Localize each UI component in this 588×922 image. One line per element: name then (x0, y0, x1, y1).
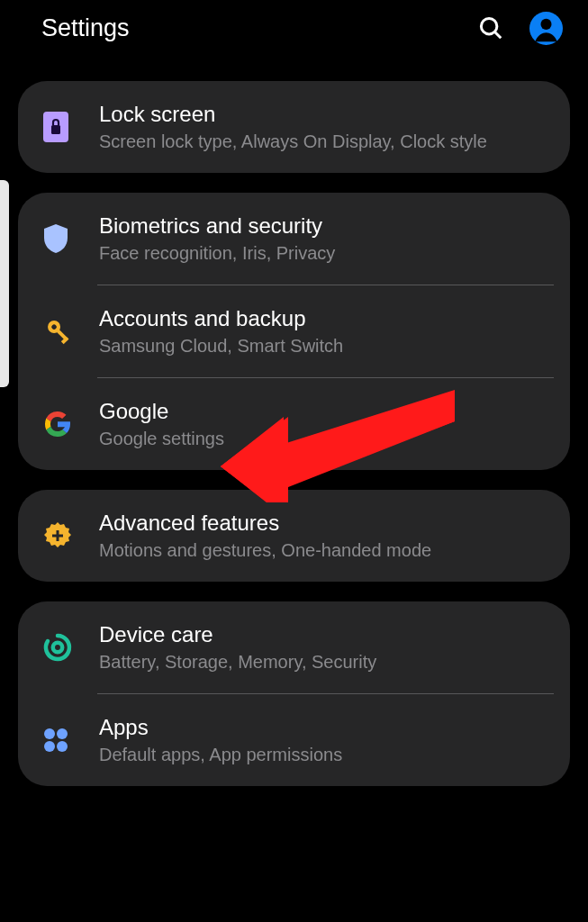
scroll-thumb[interactable] (0, 180, 9, 387)
svg-point-12 (53, 643, 62, 652)
svg-point-3 (540, 18, 551, 29)
key-icon (41, 314, 99, 348)
item-title: Advanced features (99, 510, 554, 537)
svg-point-15 (44, 741, 55, 752)
item-advanced[interactable]: Advanced features Motions and gestures, … (18, 490, 570, 582)
google-icon (41, 408, 99, 440)
item-subtitle: Face recognition, Iris, Privacy (99, 242, 554, 265)
item-text: Accounts and backup Samsung Cloud, Smart… (99, 305, 554, 357)
item-apps[interactable]: Apps Default apps, App permissions (18, 694, 570, 786)
profile-icon[interactable] (529, 12, 563, 45)
lock-icon (41, 110, 99, 144)
item-title: Accounts and backup (99, 305, 554, 332)
item-text: Apps Default apps, App permissions (99, 714, 554, 766)
settings-card: Advanced features Motions and gestures, … (18, 490, 570, 582)
item-text: Advanced features Motions and gestures, … (99, 510, 554, 562)
item-text: Biometrics and security Face recognition… (99, 212, 554, 265)
header: Settings (0, 0, 588, 56)
svg-point-13 (44, 728, 55, 739)
item-title: Google (99, 398, 554, 425)
item-title: Lock screen (99, 101, 554, 128)
page-title: Settings (41, 14, 130, 42)
item-text: Device care Battery, Storage, Memory, Se… (99, 621, 554, 673)
item-biometrics[interactable]: Biometrics and security Face recognition… (18, 193, 570, 285)
item-lock-screen[interactable]: Lock screen Screen lock type, Always On … (18, 81, 570, 173)
item-title: Biometrics and security (99, 212, 554, 240)
svg-line-1 (495, 32, 502, 39)
header-actions (477, 12, 563, 45)
item-text: Lock screen Screen lock type, Always On … (99, 101, 554, 153)
item-subtitle: Motions and gestures, One-handed mode (99, 539, 554, 562)
item-google[interactable]: Google Google settings (18, 378, 570, 470)
item-title: Apps (99, 714, 554, 741)
settings-card: Lock screen Screen lock type, Always On … (18, 81, 570, 173)
svg-point-0 (481, 18, 497, 34)
settings-card: Biometrics and security Face recognition… (18, 193, 570, 470)
item-subtitle: Battery, Storage, Memory, Security (99, 651, 554, 673)
device-care-icon (41, 631, 99, 664)
svg-point-16 (57, 741, 68, 752)
item-device-care[interactable]: Device care Battery, Storage, Memory, Se… (18, 601, 570, 693)
svg-rect-5 (51, 125, 60, 134)
settings-card: Device care Battery, Storage, Memory, Se… (18, 601, 570, 786)
item-text: Google Google settings (99, 398, 554, 450)
apps-icon (41, 726, 99, 755)
item-subtitle: Default apps, App permissions (99, 744, 554, 766)
item-title: Device care (99, 621, 554, 648)
item-subtitle: Samsung Cloud, Smart Switch (99, 335, 554, 357)
settings-list: Lock screen Screen lock type, Always On … (0, 56, 588, 786)
item-subtitle: Google settings (99, 428, 554, 450)
search-icon[interactable] (477, 14, 504, 41)
item-accounts[interactable]: Accounts and backup Samsung Cloud, Smart… (18, 285, 570, 377)
svg-point-14 (57, 728, 68, 739)
gear-icon (41, 520, 99, 552)
shield-icon (41, 221, 99, 256)
item-subtitle: Screen lock type, Always On Display, Clo… (99, 131, 554, 153)
